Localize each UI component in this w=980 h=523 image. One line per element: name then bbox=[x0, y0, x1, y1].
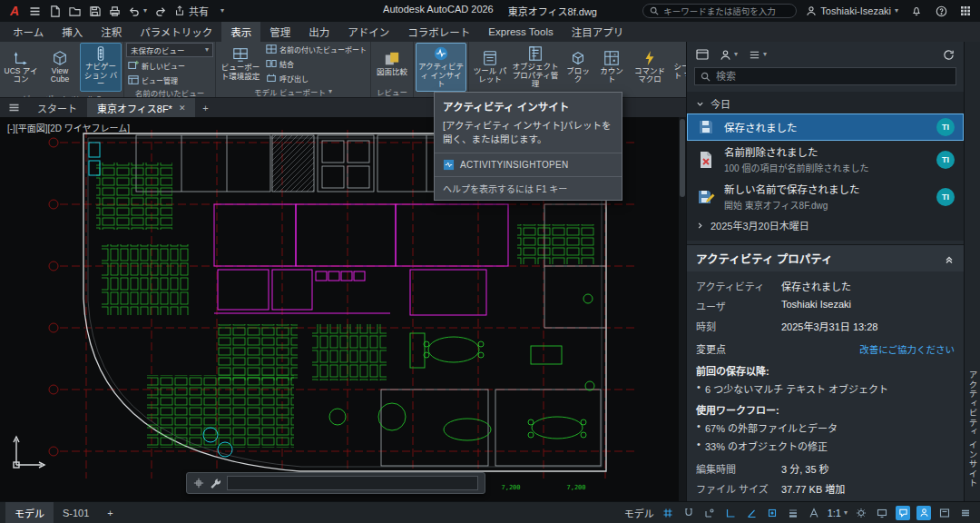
lineweight-icon[interactable] bbox=[786, 506, 800, 520]
user-filter-button[interactable]: ▾ bbox=[720, 49, 738, 61]
redo-button[interactable] bbox=[152, 2, 170, 20]
feedback-link[interactable]: 改善にご協力ください bbox=[859, 342, 955, 356]
viewport-config-button[interactable]: ビューポート環境設定 bbox=[218, 44, 263, 84]
tab-manage[interactable]: 管理 bbox=[260, 22, 299, 42]
group-older-date[interactable]: 2025年3月20日木曜日 bbox=[687, 215, 964, 235]
customize-wrench-icon[interactable] bbox=[210, 478, 221, 489]
activity-item-saved-as[interactable]: 新しい名前で保存されました 開始 東京オフィス8F.dwg TI bbox=[687, 178, 964, 215]
snap-mode-icon[interactable] bbox=[681, 506, 696, 520]
close-tab-icon[interactable]: ✕ bbox=[179, 104, 186, 113]
osnap-icon[interactable] bbox=[765, 506, 779, 520]
activity-search-box[interactable] bbox=[694, 67, 956, 85]
undo-button[interactable]: ▾ bbox=[125, 2, 150, 20]
tab-express-tools[interactable]: Express Tools bbox=[479, 22, 562, 42]
user-initials-badge[interactable]: TI bbox=[936, 118, 955, 136]
save-button[interactable] bbox=[85, 2, 103, 20]
panel-label-review[interactable]: レビュー bbox=[371, 85, 413, 97]
clean-screen-icon[interactable] bbox=[937, 506, 952, 520]
palette-side-tab[interactable]: アクティビティ インサイト bbox=[964, 42, 980, 501]
activity-insight-button[interactable]: アクティビティ インサイト bbox=[416, 43, 466, 92]
app-menu-button[interactable] bbox=[25, 2, 44, 20]
tab-insert[interactable]: 挿入 bbox=[53, 22, 92, 42]
share-button[interactable]: 共有 bbox=[172, 2, 211, 20]
qat-customize-button[interactable]: ▾ bbox=[213, 2, 231, 20]
user-initials-badge[interactable]: TI bbox=[936, 188, 955, 206]
workspace-gear-icon[interactable] bbox=[854, 506, 868, 520]
customize-status-icon[interactable] bbox=[958, 506, 973, 520]
canvas-scrollbar[interactable] bbox=[679, 117, 686, 501]
activity-item-purged[interactable]: 名前削除されました 100 個の項目が名前削除されました TI bbox=[687, 141, 964, 178]
ortho-mode-icon[interactable] bbox=[723, 506, 738, 520]
tab-parametric[interactable]: パラメトリック bbox=[131, 22, 221, 42]
help-search-box[interactable] bbox=[642, 4, 797, 18]
properties-palette-button[interactable]: オブジェクト プロパティ管理 bbox=[510, 43, 561, 92]
polar-tracking-icon[interactable] bbox=[744, 506, 759, 520]
count-palette-button[interactable]: カウント bbox=[595, 47, 628, 87]
autocad-logo[interactable]: A bbox=[5, 3, 24, 19]
restore-viewports-button[interactable]: 呼び出し bbox=[264, 72, 368, 84]
viewcube-button[interactable]: View Cube bbox=[41, 47, 79, 87]
view-manager-button[interactable]: ビュー管理 bbox=[126, 74, 213, 86]
annotation-monitor-icon[interactable] bbox=[875, 506, 889, 520]
activity-search-input[interactable] bbox=[716, 71, 950, 82]
tab-output[interactable]: 出力 bbox=[299, 22, 338, 42]
new-view-button[interactable]: 新しいビュー bbox=[126, 59, 213, 72]
panel-label-model-viewports[interactable]: モデル ビューポート▾ bbox=[216, 85, 370, 97]
status-bar: モデル S-101 + モデル 1:1▾ bbox=[0, 501, 980, 523]
apps-button[interactable] bbox=[956, 2, 975, 20]
navigation-bar-button[interactable]: ナビゲーション バー bbox=[80, 43, 122, 92]
tab-start[interactable]: スタート bbox=[27, 98, 87, 117]
viewport-controls[interactable]: [-][平面図][2D ワイヤフレーム] bbox=[7, 121, 130, 134]
blocks-palette-button[interactable]: ブロック bbox=[562, 47, 594, 87]
tab-featured-apps[interactable]: 注目アプリ bbox=[563, 22, 633, 42]
tab-annotate[interactable]: 注釈 bbox=[92, 22, 131, 42]
tab-view[interactable]: 表示 bbox=[221, 22, 260, 42]
user-initials-badge[interactable]: TI bbox=[936, 151, 955, 169]
named-viewports-button[interactable]: 名前の付いたビューポート bbox=[264, 43, 368, 55]
user-account-button[interactable]: Toshiaki-Isezaki ▾ bbox=[803, 2, 901, 20]
share-feedback-icon[interactable] bbox=[916, 506, 931, 520]
tab-home[interactable]: ホーム bbox=[4, 22, 53, 42]
scrollbar-thumb[interactable] bbox=[680, 119, 685, 197]
collapse-chevron-icon[interactable] bbox=[944, 253, 955, 264]
tab-addins[interactable]: アドイン bbox=[338, 22, 398, 42]
tab-document[interactable]: 東京オフィス8F* ✕ bbox=[87, 98, 195, 117]
tab-collaborate[interactable]: コラボレート bbox=[398, 22, 479, 42]
view-dropdown[interactable]: 未保存のビュー▾ bbox=[126, 43, 213, 57]
modelspace-toggle[interactable]: モデル bbox=[624, 506, 654, 520]
grid-display-icon[interactable] bbox=[661, 506, 675, 520]
assistant-icon[interactable] bbox=[896, 506, 910, 520]
new-tab-button[interactable]: + bbox=[195, 98, 215, 117]
command-input[interactable] bbox=[227, 476, 478, 490]
sheet-set-manager-button[interactable]: シート セット マネージャ bbox=[671, 43, 686, 92]
annotation-scale-button[interactable]: 1:1▾ bbox=[828, 508, 848, 518]
new-layout-button[interactable]: + bbox=[98, 502, 122, 523]
layout-tab-s101[interactable]: S-101 bbox=[54, 502, 98, 523]
drawing-compare-button[interactable]: 図面比較 bbox=[373, 48, 411, 80]
undo-dropdown-icon[interactable]: ▾ bbox=[143, 7, 147, 15]
notifications-button[interactable] bbox=[907, 2, 926, 20]
ucs-icon-button[interactable]: UCS アイコン bbox=[2, 47, 40, 87]
annotation-visibility-icon[interactable] bbox=[807, 506, 821, 520]
command-grip-icon[interactable] bbox=[193, 478, 204, 488]
refresh-button[interactable] bbox=[943, 49, 955, 61]
list-options-button[interactable]: ▾ bbox=[749, 49, 767, 61]
file-tabs-menu-icon[interactable] bbox=[0, 98, 27, 117]
board-view-button[interactable] bbox=[696, 48, 709, 61]
help-button[interactable] bbox=[932, 2, 950, 20]
activity-properties-header[interactable]: アクティビティ プロパティ bbox=[687, 244, 964, 271]
join-viewports-button[interactable]: 結合 bbox=[264, 57, 368, 70]
since-last-save-header: 前回の保存以降: bbox=[687, 359, 964, 380]
infer-constraints-icon[interactable] bbox=[702, 506, 717, 520]
command-macros-button[interactable]: コマンド マクロ bbox=[629, 47, 671, 87]
group-today[interactable]: 今日 bbox=[687, 94, 964, 113]
command-line[interactable] bbox=[186, 472, 485, 494]
tool-palettes-button[interactable]: ツール パレット bbox=[471, 47, 509, 87]
activity-item-saved[interactable]: 保存されました TI bbox=[687, 113, 964, 141]
layout-tab-model[interactable]: モデル bbox=[5, 502, 54, 523]
new-drawing-button[interactable] bbox=[45, 2, 64, 20]
help-search-input[interactable] bbox=[663, 6, 789, 16]
plot-button[interactable] bbox=[105, 2, 123, 20]
open-button[interactable] bbox=[65, 2, 83, 20]
panel-label-named-views[interactable]: 名前の付いたビュー bbox=[124, 87, 215, 98]
